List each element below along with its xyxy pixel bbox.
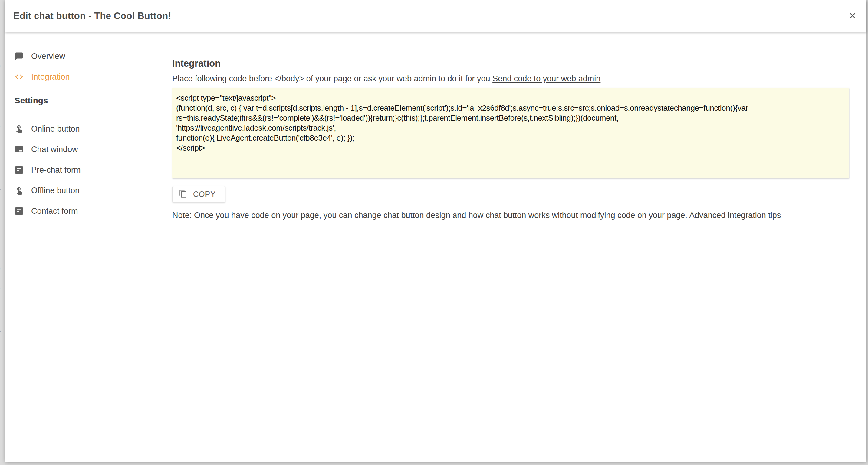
sidebar-item-label: Overview [31, 52, 65, 61]
integration-panel: Integration Place following code before … [153, 32, 867, 462]
instruction-text: Place following code before </body> of y… [172, 74, 867, 84]
note-body: Note: Once you have code on your page, y… [172, 211, 689, 220]
dialog-body: Overview Integration Settings Onli [5, 32, 867, 462]
sidebar-item-label: Offline button [31, 186, 80, 195]
chat-bubble-icon [14, 52, 24, 61]
sidebar-item-offline-button[interactable]: Offline button [5, 180, 153, 201]
sidebar-item-overview[interactable]: Overview [5, 46, 153, 67]
instruction-body: Place following code before </body> of y… [172, 74, 492, 83]
sidebar-item-integration[interactable]: Integration [5, 67, 153, 87]
sidebar-item-contact-form[interactable]: Contact form [5, 201, 153, 221]
sidebar-item-label: Integration [31, 72, 70, 81]
sidebar-item-online-button[interactable]: Online button [5, 119, 153, 139]
form-icon [14, 206, 24, 215]
send-code-to-web-admin-link[interactable]: Send code to your web admin [492, 74, 600, 83]
copy-icon [179, 190, 193, 199]
advanced-integration-tips-link[interactable]: Advanced integration tips [689, 211, 781, 220]
sidebar-section-settings: Settings [5, 90, 153, 112]
integration-code-block[interactable]: <script type="text/javascript"> (functio… [172, 88, 849, 178]
screen: ronseatangsbecaltryn Edit chat button - … [0, 0, 868, 465]
sidebar-item-label: Pre-chat form [31, 165, 81, 175]
copy-button-label: COPY [193, 190, 216, 199]
code-icon [14, 72, 24, 81]
touch-app-icon [14, 124, 24, 133]
dialog-title: Edit chat button - The Cool Button! [13, 10, 171, 22]
close-icon [848, 11, 857, 21]
close-button[interactable] [846, 9, 859, 23]
page-title: Integration [172, 58, 867, 69]
dialog-titlebar: Edit chat button - The Cool Button! [5, 0, 867, 32]
window-icon [14, 145, 24, 154]
sidebar-spacer [5, 112, 153, 119]
sidebar-item-chat-window[interactable]: Chat window [5, 139, 153, 160]
form-icon [14, 165, 24, 174]
sidebar-item-label: Online button [31, 124, 80, 134]
edit-chat-button-dialog: Edit chat button - The Cool Button! Over… [5, 0, 867, 462]
touch-app-icon [14, 186, 24, 195]
sidebar-item-pre-chat-form[interactable]: Pre-chat form [5, 160, 153, 180]
copy-button[interactable]: COPY [172, 186, 225, 203]
sidebar: Overview Integration Settings Onli [5, 32, 153, 462]
sidebar-item-label: Contact form [31, 206, 78, 216]
backdrop-text-fragments: ronseatangsbecaltryn [0, 0, 5, 465]
note-text: Note: Once you have code on your page, y… [172, 210, 867, 220]
sidebar-item-label: Chat window [31, 145, 78, 154]
